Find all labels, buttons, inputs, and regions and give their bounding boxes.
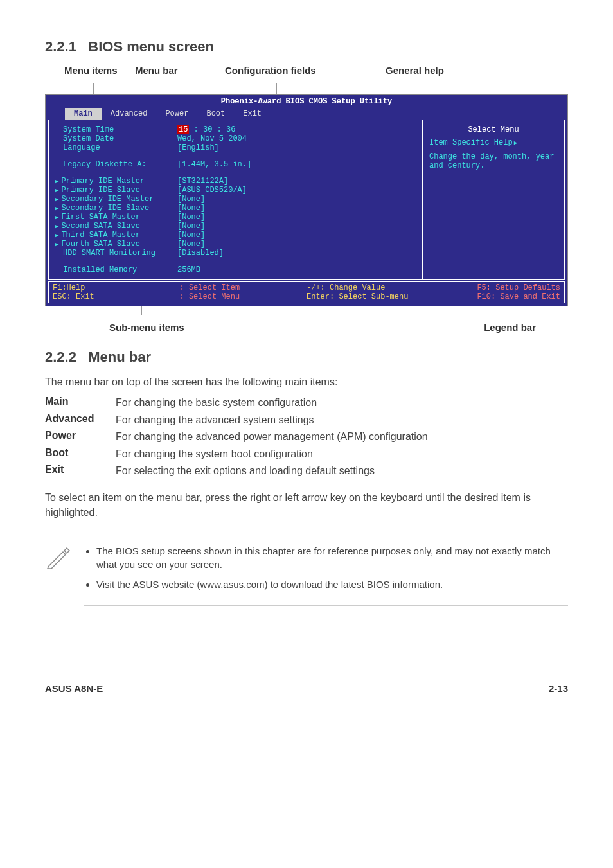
menu-desc-text: For changing the system boot configurati… xyxy=(116,447,568,461)
ann-menu-items: Menu items xyxy=(64,65,118,76)
menu-desc-label: Exit xyxy=(45,464,116,478)
bios-row[interactable]: Second SATA Slave[None] xyxy=(55,222,416,231)
bios-row-label: Legacy Diskette A: xyxy=(55,160,177,169)
bios-row-value: [1.44M, 3.5 in.] xyxy=(177,160,251,169)
bios-row-label: System Time xyxy=(55,125,177,134)
page-footer: ASUS A8N-E 2-13 xyxy=(45,683,568,694)
bios-row-value: Wed, Nov 5 2004 xyxy=(177,134,247,143)
bios-row-label: Primary IDE Slave xyxy=(55,186,177,195)
ann-general-help: General help xyxy=(386,65,444,76)
legend-f5: F5: Setup Defaults xyxy=(434,283,561,292)
bios-tab-bar: Main Advanced Power Boot Exit xyxy=(46,108,567,120)
bios-row-label: Fourth SATA Slave xyxy=(55,240,177,249)
bios-row-label: Second SATA Slave xyxy=(55,222,177,231)
bios-row-value: 256MB xyxy=(177,265,200,274)
menu-desc-label: Power xyxy=(45,430,116,444)
legend-f10: F10: Save and Exit xyxy=(434,292,561,301)
menu-desc-label: Main xyxy=(45,396,116,410)
footer-left: ASUS A8N-E xyxy=(45,683,103,694)
ann-legend: Legend bar xyxy=(484,322,536,333)
bios-row-value: [English] xyxy=(177,143,219,152)
legend-esc: ESC: Exit xyxy=(53,292,180,301)
tab-exit[interactable]: Exit xyxy=(234,108,271,120)
bios-row-label: Installed Memory xyxy=(55,265,177,274)
bios-title-divider xyxy=(306,95,307,108)
bios-title-bar: Phoenix-Award BIOS CMOS Setup Utility xyxy=(46,95,567,108)
menu-descriptions: MainFor changing the basic system config… xyxy=(45,396,568,478)
pencil-icon xyxy=(45,544,84,606)
section2-intro: The menu bar on top of the screen has th… xyxy=(45,375,568,389)
menu-desc-row: BootFor changing the system boot configu… xyxy=(45,447,568,461)
note-item: The BIOS setup screens shown in this cha… xyxy=(96,544,568,571)
bios-left-pane: System Time15 : 30 : 36System DateWed, N… xyxy=(49,120,423,279)
top-annotations: Menu items Menu bar Configuration fields… xyxy=(45,65,568,82)
bios-row-value: [None] xyxy=(177,204,205,213)
bios-row[interactable]: Fourth SATA Slave[None] xyxy=(55,240,416,249)
bios-row-label: Language xyxy=(55,143,177,152)
bios-row[interactable]: Primary IDE Slave[ASUS CDS520/A] xyxy=(55,186,416,195)
legend-col-2: : Select Item : Select Menu xyxy=(180,283,307,301)
tab-boot[interactable]: Boot xyxy=(197,108,234,120)
bottom-annotations: Sub-menu items Legend bar xyxy=(45,322,568,333)
bios-row-value: [None] xyxy=(177,240,205,249)
ann-submenu: Sub-menu items xyxy=(109,322,184,333)
ann-config-fields: Configuration fields xyxy=(225,65,316,76)
menu-desc-row: ExitFor selecting the exit options and l… xyxy=(45,464,568,478)
bios-row-label: Secondary IDE Master xyxy=(55,195,177,204)
menu-desc-text: For changing the advanced system setting… xyxy=(116,413,568,427)
bios-row-value: 15 : 30 : 36 xyxy=(177,125,235,134)
section-heading-2: 2.2.2 Menu bar xyxy=(45,349,568,366)
bios-row: HDD SMART Monitoring[Disabled] xyxy=(55,249,416,258)
bios-row-value: [None] xyxy=(177,222,205,231)
bios-title-left: Phoenix-Award BIOS xyxy=(221,97,305,106)
legend-enter-submenu: Enter: Select Sub-menu xyxy=(306,292,434,301)
help-item-label: Item Specific Help xyxy=(429,138,558,147)
menu-desc-text: For changing the basic system configurat… xyxy=(116,396,568,410)
section2-outro: To select an item on the menu bar, press… xyxy=(45,491,568,520)
bios-row-value: [None] xyxy=(177,231,205,240)
bios-row[interactable]: Secondary IDE Master[None] xyxy=(55,195,416,204)
tab-main[interactable]: Main xyxy=(65,108,102,120)
menu-desc-row: AdvancedFor changing the advanced system… xyxy=(45,413,568,427)
note-item: Visit the ASUS website (www.asus.com) to… xyxy=(96,578,568,591)
note-content: The BIOS setup screens shown in this cha… xyxy=(84,544,568,606)
note-box: The BIOS setup screens shown in this cha… xyxy=(45,536,568,606)
help-title: Select Menu xyxy=(429,125,558,134)
help-text: Change the day, month, year and century. xyxy=(429,152,558,170)
bios-row-label: System Date xyxy=(55,134,177,143)
section-heading: 2.2.1 BIOS menu screen xyxy=(45,39,568,55)
bios-body: System Time15 : 30 : 36System DateWed, N… xyxy=(48,120,565,280)
menu-desc-label: Boot xyxy=(45,447,116,461)
annotation-lines xyxy=(45,83,568,94)
bios-row: System DateWed, Nov 5 2004 xyxy=(55,134,416,143)
menu-desc-text: For selecting the exit options and loadi… xyxy=(116,464,568,478)
legend-select-menu: : Select Menu xyxy=(180,292,307,301)
bios-row-value: [ST321122A] xyxy=(177,177,228,186)
bios-row-label: Primary IDE Master xyxy=(55,177,177,186)
bios-row: Installed Memory256MB xyxy=(55,265,416,274)
menu-desc-row: MainFor changing the basic system config… xyxy=(45,396,568,410)
bios-row-value: [None] xyxy=(177,213,205,222)
legend-col-4: F5: Setup Defaults F10: Save and Exit xyxy=(434,283,561,301)
legend-col-3: -/+: Change Value Enter: Select Sub-menu xyxy=(306,283,434,301)
menu-desc-text: For changing the advanced power manageme… xyxy=(116,430,568,444)
bios-legend-bar: F1:Help ESC: Exit : Select Item : Select… xyxy=(48,281,565,303)
tab-advanced[interactable]: Advanced xyxy=(102,108,157,120)
bios-row[interactable]: Secondary IDE Slave[None] xyxy=(55,204,416,213)
bios-row-label: Third SATA Master xyxy=(55,231,177,240)
bios-row[interactable]: Third SATA Master[None] xyxy=(55,231,416,240)
bios-row: Legacy Diskette A:[1.44M, 3.5 in.] xyxy=(55,160,416,169)
bios-row-value: [None] xyxy=(177,195,205,204)
bios-row-label: HDD SMART Monitoring xyxy=(55,249,177,258)
legend-change-value: -/+: Change Value xyxy=(306,283,434,292)
bios-row-value: [ASUS CDS520/A] xyxy=(177,186,247,195)
bios-title-right: CMOS Setup Utility xyxy=(309,97,393,106)
section-number-2: 2.2.2 xyxy=(45,349,76,365)
bios-row-value: [Disabled] xyxy=(177,249,224,258)
legend-select-item: : Select Item xyxy=(180,283,307,292)
tab-power[interactable]: Power xyxy=(156,108,197,120)
bios-row[interactable]: Primary IDE Master[ST321122A] xyxy=(55,177,416,186)
menu-desc-row: PowerFor changing the advanced power man… xyxy=(45,430,568,444)
section-title-2: Menu bar xyxy=(88,349,151,365)
bios-row[interactable]: First SATA Master[None] xyxy=(55,213,416,222)
